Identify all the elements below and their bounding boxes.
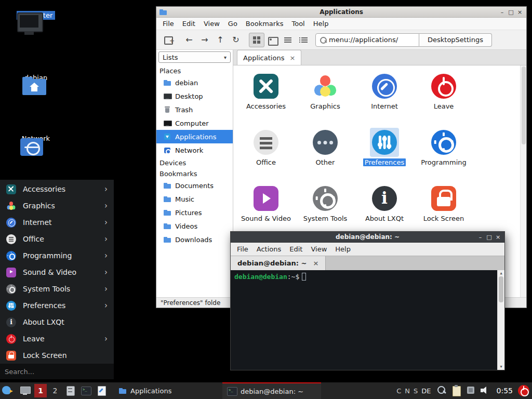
tab-close-icon[interactable]: × [313, 259, 318, 267]
sidebar-item-videos[interactable]: Videos [156, 219, 233, 233]
scroll-up-icon[interactable]: ▲ [498, 271, 504, 276]
menu-edit[interactable]: Edit [178, 20, 200, 28]
menu-item-lock-screen[interactable]: Lock Screen [0, 347, 114, 364]
app-item-lock-screen[interactable]: Lock Screen [415, 183, 472, 239]
menu-item-accessories[interactable]: Accessories › [0, 181, 114, 197]
file-manager-launcher[interactable] [63, 384, 77, 397]
menu-item-internet[interactable]: Internet › [0, 214, 114, 231]
menu-item-about-lxqt[interactable]: About LXQt [0, 314, 114, 330]
scrollbar-thumb[interactable] [522, 66, 526, 144]
menu-item-system-tools[interactable]: System Tools › [0, 281, 114, 297]
desktop-icon-computer[interactable]: Computer [10, 7, 62, 20]
maximize-button[interactable]: □ [507, 8, 515, 16]
tab-applications[interactable]: Applications × [237, 50, 301, 65]
menu-view[interactable]: View [200, 20, 224, 28]
menu-edit[interactable]: Edit [285, 245, 307, 253]
terminal-tab[interactable]: debian@debian: ~ × [231, 256, 326, 270]
keyboard-layout-indicator[interactable]: DE [421, 387, 431, 395]
folder-view-scrollbar[interactable] [520, 65, 526, 297]
app-item-leave[interactable]: Leave [415, 71, 472, 127]
menu-item-graphics[interactable]: Graphics › [0, 197, 114, 214]
app-item-preferences[interactable]: Preferences [356, 127, 413, 183]
app-item-programming[interactable]: Programming [415, 127, 472, 183]
sidebar-item-pictures[interactable]: Pictures [156, 206, 233, 219]
menu-item-preferences[interactable]: Preferences › [0, 297, 114, 314]
sidebar-item-computer[interactable]: Computer [156, 116, 233, 130]
desktop-icon [163, 92, 171, 100]
scrollbar-thumb[interactable] [499, 276, 503, 302]
sidebar-item-network[interactable]: Network [156, 143, 233, 157]
menu-file[interactable]: File [233, 245, 252, 253]
show-desktop-button[interactable] [20, 385, 30, 396]
app-item-accessories[interactable]: Accessories [237, 71, 295, 127]
sidebar-item-debian[interactable]: debian [156, 76, 233, 89]
close-button[interactable]: × [515, 8, 524, 16]
menu-item-leave[interactable]: Leave › [0, 330, 114, 347]
applications-icon [163, 132, 171, 141]
new-tab-button[interactable] [161, 33, 176, 47]
desktop-icon-network[interactable]: Network [10, 130, 62, 143]
menu-help[interactable]: Help [331, 245, 355, 253]
magnifier-tray-icon[interactable] [436, 385, 448, 396]
menu-actions[interactable]: Actions [252, 245, 286, 253]
icon-view-button[interactable] [249, 33, 264, 47]
accessories-icon [6, 184, 16, 194]
menu-item-sound-video[interactable]: Sound & Video › [0, 264, 114, 281]
app-item-internet[interactable]: Internet [356, 71, 413, 127]
task-button-applications[interactable]: Applications [114, 382, 213, 399]
desktop-settings-button[interactable]: DesktopSettings [419, 33, 492, 47]
menu-item-office[interactable]: Office › [0, 231, 114, 247]
up-button[interactable]: ↑ [212, 33, 228, 47]
file-manager-titlebar[interactable]: Applications – □ × [156, 7, 526, 18]
menu-go[interactable]: Go [224, 20, 242, 28]
app-item-about-lxqt[interactable]: About LXQt [356, 183, 413, 239]
terminal-titlebar[interactable]: debian@debian: ~ – □ × [231, 232, 504, 243]
tab-close-icon[interactable]: × [289, 54, 295, 62]
sidebar-item-desktop[interactable]: Desktop [156, 89, 233, 103]
sidebar-item-trash[interactable]: Trash [156, 103, 233, 116]
menu-tool[interactable]: Tool [287, 20, 309, 28]
menu-help[interactable]: Help [309, 20, 333, 28]
menu-bookmarks[interactable]: Bookmarks [242, 20, 288, 28]
clock[interactable]: 0:55 [497, 387, 513, 395]
sidebar-item-downloads[interactable]: Downloads [156, 233, 233, 246]
sidebar-item-documents[interactable]: Documents [156, 179, 233, 192]
app-item-system-tools[interactable]: System Tools [297, 183, 354, 239]
refresh-button[interactable]: ↻ [228, 33, 244, 47]
removable-media-tray-icon[interactable] [466, 385, 477, 396]
app-item-office[interactable]: Office [237, 127, 295, 183]
minimize-button[interactable]: – [498, 8, 507, 16]
clipboard-tray-icon[interactable] [451, 385, 462, 396]
menu-item-programming[interactable]: Programming › [0, 247, 114, 264]
address-bar[interactable]: menu://applications/ [315, 33, 419, 47]
desktop-icon-debian[interactable]: debian [10, 70, 62, 82]
thumbnail-view-button[interactable] [264, 33, 280, 47]
volume-tray-icon[interactable] [480, 385, 491, 396]
app-item-graphics[interactable]: Graphics [297, 71, 354, 127]
maximize-button[interactable]: □ [485, 233, 494, 241]
forward-button[interactable]: → [197, 33, 212, 47]
app-item-other[interactable]: Other [297, 127, 354, 183]
close-button[interactable]: × [494, 233, 502, 241]
menu-view[interactable]: View [307, 245, 331, 253]
app-item-sound-video[interactable]: Sound & Video [237, 183, 295, 239]
workspace-1-button[interactable]: 1 [34, 384, 47, 397]
menu-file[interactable]: File [158, 20, 178, 28]
task-button-terminal[interactable]: debian@debian: ~ [222, 382, 321, 399]
sidebar-item-applications[interactable]: Applications [156, 130, 233, 143]
scroll-down-icon[interactable]: ▼ [498, 364, 504, 369]
detailed-view-button[interactable] [296, 33, 311, 47]
menu-search-input[interactable] [0, 364, 114, 379]
sidebar-mode-select[interactable]: Lists ▾ [158, 51, 231, 63]
text-editor-launcher[interactable] [95, 384, 108, 397]
workspace-2-button[interactable]: 2 [49, 384, 61, 397]
terminal-launcher[interactable] [79, 384, 92, 397]
minimize-button[interactable]: – [476, 233, 485, 241]
application-menu-button[interactable] [1, 384, 14, 397]
compact-view-button[interactable] [280, 33, 296, 47]
back-button[interactable]: ← [181, 33, 197, 47]
terminal-output[interactable]: debian@debian:~$ ▲ ▼ [231, 270, 504, 370]
sidebar-item-music[interactable]: Music [156, 192, 233, 206]
power-button[interactable] [518, 385, 529, 396]
terminal-scrollbar[interactable]: ▲ ▼ [497, 270, 504, 370]
